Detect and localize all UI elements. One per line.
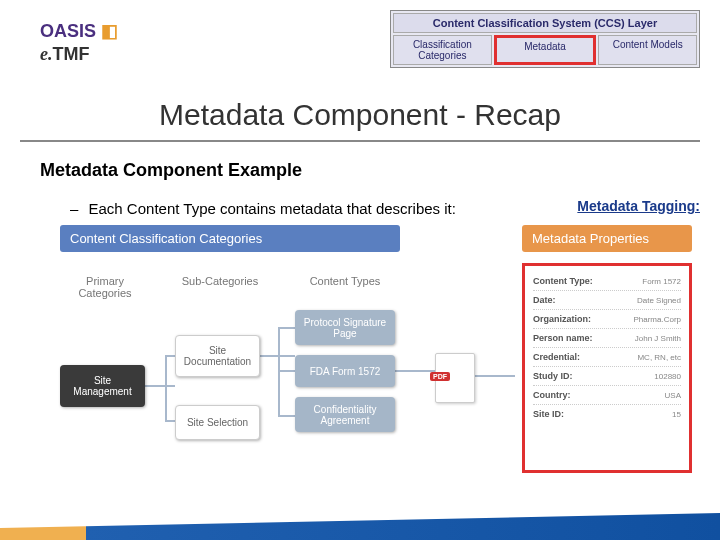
connector bbox=[165, 355, 175, 357]
pdf-page: PDF bbox=[435, 353, 475, 403]
diagram-area: Content Classification Categories Metada… bbox=[60, 225, 700, 500]
pdf-icon: PDF bbox=[435, 353, 475, 403]
meta-label: Study ID: bbox=[533, 371, 573, 381]
subtitle: Metadata Component Example bbox=[40, 160, 302, 181]
meta-row: Country:USA bbox=[533, 386, 681, 405]
bullet-text: Each Content Type contains metadata that… bbox=[89, 200, 456, 217]
col-header-sub: Sub-Categories bbox=[170, 275, 270, 287]
ccs-row: Classification Categories Metadata Conte… bbox=[393, 35, 697, 65]
meta-row: Credential:MC, RN, etc bbox=[533, 348, 681, 367]
metadata-panel: Content Type:Form 1572 Date:Date Signed … bbox=[522, 263, 692, 473]
page-title: Metadata Component - Recap bbox=[0, 98, 720, 132]
meta-row: Person name:John J Smith bbox=[533, 329, 681, 348]
slide-header: OASIS ◧ e.TMF Content Classification Sys… bbox=[10, 10, 710, 90]
etmf-main: TMF bbox=[53, 44, 90, 64]
meta-label: Organization: bbox=[533, 314, 591, 324]
meta-label: Site ID: bbox=[533, 409, 564, 419]
ccc-banner: Content Classification Categories bbox=[60, 225, 400, 252]
meta-value: Pharma.Corp bbox=[633, 315, 681, 324]
meta-label: Country: bbox=[533, 390, 571, 400]
connector bbox=[145, 385, 175, 387]
meta-value: MC, RN, etc bbox=[637, 353, 681, 362]
box-site-documentation: Site Documentation bbox=[175, 335, 260, 377]
bullet-dash: – bbox=[70, 200, 78, 217]
connector bbox=[278, 415, 295, 417]
ccs-cell-categories: Classification Categories bbox=[393, 35, 492, 65]
pdf-badge: PDF bbox=[430, 372, 450, 381]
meta-label: Date: bbox=[533, 295, 556, 305]
connector bbox=[278, 370, 295, 372]
box-confidentiality: Confidentiality Agreement bbox=[295, 397, 395, 432]
col-header-types: Content Types bbox=[290, 275, 400, 287]
ccs-title: Content Classification System (CCS) Laye… bbox=[393, 13, 697, 33]
oasis-logo: OASIS ◧ bbox=[40, 20, 118, 42]
title-rule bbox=[20, 140, 700, 142]
meta-row: Study ID:102880 bbox=[533, 367, 681, 386]
meta-row: Date:Date Signed bbox=[533, 291, 681, 310]
meta-row: Content Type:Form 1572 bbox=[533, 272, 681, 291]
meta-row: Site ID:15 bbox=[533, 405, 681, 423]
box-fda-form: FDA Form 1572 bbox=[295, 355, 395, 387]
meta-value: 15 bbox=[672, 410, 681, 419]
meta-label: Content Type: bbox=[533, 276, 593, 286]
footer-decoration bbox=[0, 510, 720, 540]
meta-value: Form 1572 bbox=[642, 277, 681, 286]
ccs-cell-models: Content Models bbox=[598, 35, 697, 65]
etmf-logo: e.TMF bbox=[40, 44, 118, 65]
meta-value: John J Smith bbox=[635, 334, 681, 343]
box-site-selection: Site Selection bbox=[175, 405, 260, 440]
tagging-label: Metadata Tagging: bbox=[577, 198, 700, 214]
meta-value: Date Signed bbox=[637, 296, 681, 305]
box-site-management: Site Management bbox=[60, 365, 145, 407]
connector bbox=[165, 355, 167, 420]
oasis-text: OASIS bbox=[40, 21, 96, 41]
meta-label: Credential: bbox=[533, 352, 580, 362]
connector bbox=[165, 420, 175, 422]
oasis-icon: ◧ bbox=[101, 21, 118, 41]
ccs-cell-metadata: Metadata bbox=[494, 35, 597, 65]
meta-label: Person name: bbox=[533, 333, 593, 343]
ccs-layer-box: Content Classification System (CCS) Laye… bbox=[390, 10, 700, 68]
connector bbox=[278, 327, 295, 329]
logo-area: OASIS ◧ e.TMF bbox=[40, 20, 118, 65]
col-header-primary: Primary Categories bbox=[60, 275, 150, 299]
mp-banner: Metadata Properties bbox=[522, 225, 692, 252]
box-protocol-signature: Protocol Signature Page bbox=[295, 310, 395, 345]
meta-value: USA bbox=[665, 391, 681, 400]
meta-value: 102880 bbox=[654, 372, 681, 381]
connector bbox=[395, 370, 435, 372]
meta-row: Organization:Pharma.Corp bbox=[533, 310, 681, 329]
etmf-prefix: e. bbox=[40, 44, 53, 64]
connector bbox=[475, 375, 515, 377]
